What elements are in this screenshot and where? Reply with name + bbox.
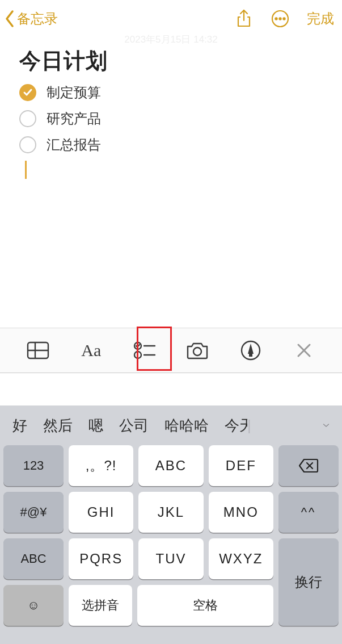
checklist-text[interactable]: 汇总报告 — [47, 136, 101, 154]
key-abc-mode[interactable]: ABC — [3, 538, 64, 579]
checklist-item[interactable]: 制定预算 — [19, 83, 325, 102]
keyboard: 好 然后 嗯 公司 哈哈哈 今天 | 123 ,。?! ABC DEF #@¥ … — [0, 405, 342, 644]
text-format-icon[interactable]: Aa — [78, 337, 104, 363]
key-tuv[interactable]: TUV — [138, 538, 203, 579]
note-timestamp: 2023年5月15日 14:32 — [0, 33, 342, 39]
done-button[interactable]: 完成 — [307, 10, 334, 28]
svg-rect-14 — [249, 354, 252, 357]
key-backspace[interactable] — [278, 445, 339, 486]
share-icon[interactable] — [234, 9, 254, 28]
checkbox-empty-icon[interactable] — [19, 136, 36, 153]
key-symbols[interactable]: #@¥ — [3, 492, 64, 533]
key-pinyin[interactable]: 选拼音 — [69, 585, 132, 626]
checklist-item[interactable]: 汇总报告 — [19, 136, 325, 154]
key-space[interactable]: 空格 — [137, 585, 273, 626]
checklist-text[interactable]: 研究产品 — [47, 110, 101, 128]
chevron-left-icon — [5, 9, 16, 28]
checklist-item[interactable]: 研究产品 — [19, 110, 325, 128]
candidate-word[interactable]: 哈哈哈 — [157, 416, 217, 436]
close-icon[interactable] — [291, 337, 317, 363]
key-jkl[interactable]: JKL — [138, 492, 203, 533]
svg-point-3 — [279, 18, 281, 19]
format-toolbar: Aa — [0, 328, 342, 373]
key-punct[interactable]: ,。?! — [69, 445, 133, 486]
key-pqrs[interactable]: PQRS — [69, 538, 133, 579]
checkbox-checked-icon[interactable] — [19, 84, 36, 101]
candidate-word[interactable]: 好 — [5, 416, 35, 436]
key-123[interactable]: 123 — [3, 445, 64, 486]
markup-icon[interactable] — [238, 337, 264, 363]
key-face[interactable]: ^^ — [278, 492, 339, 533]
key-ghi[interactable]: GHI — [69, 492, 133, 533]
note-body[interactable]: 今日计划 制定预算 研究产品 汇总报告 — [0, 39, 342, 179]
key-mno[interactable]: MNO — [209, 492, 273, 533]
svg-point-4 — [283, 18, 285, 19]
text-cursor — [25, 161, 27, 179]
checklist-text[interactable]: 制定预算 — [47, 83, 101, 102]
svg-point-2 — [275, 18, 277, 19]
key-grid: 123 ,。?! ABC DEF #@¥ GHI JKL MNO ^^ ABC … — [0, 445, 342, 632]
more-icon[interactable] — [271, 9, 290, 28]
candidate-divider: | — [247, 417, 251, 434]
table-icon[interactable] — [25, 337, 51, 363]
key-return[interactable]: 换行 — [278, 538, 339, 626]
candidate-word[interactable]: 然后 — [35, 416, 81, 436]
candidate-word[interactable]: 嗯 — [81, 416, 111, 436]
svg-point-10 — [134, 352, 141, 358]
candidate-word[interactable]: 今天 — [217, 416, 247, 436]
camera-icon[interactable] — [184, 337, 210, 363]
nav-bar: 备忘录 完成 — [0, 0, 342, 37]
nav-actions: 完成 — [234, 9, 334, 28]
key-abc[interactable]: ABC — [138, 445, 203, 486]
note-title[interactable]: 今日计划 — [19, 47, 325, 76]
key-emoji[interactable]: ☺ — [3, 585, 64, 626]
checklist-icon[interactable] — [132, 337, 158, 363]
key-wxyz[interactable]: WXYZ — [209, 538, 273, 579]
back-label: 备忘录 — [17, 10, 58, 28]
chevron-down-icon[interactable] — [315, 421, 337, 430]
checkbox-empty-icon[interactable] — [19, 110, 36, 127]
svg-point-12 — [193, 348, 201, 356]
candidate-bar: 好 然后 嗯 公司 哈哈哈 今天 | — [0, 405, 342, 445]
key-def[interactable]: DEF — [209, 445, 273, 486]
back-button[interactable]: 备忘录 — [5, 9, 58, 28]
candidate-word[interactable]: 公司 — [111, 416, 157, 436]
